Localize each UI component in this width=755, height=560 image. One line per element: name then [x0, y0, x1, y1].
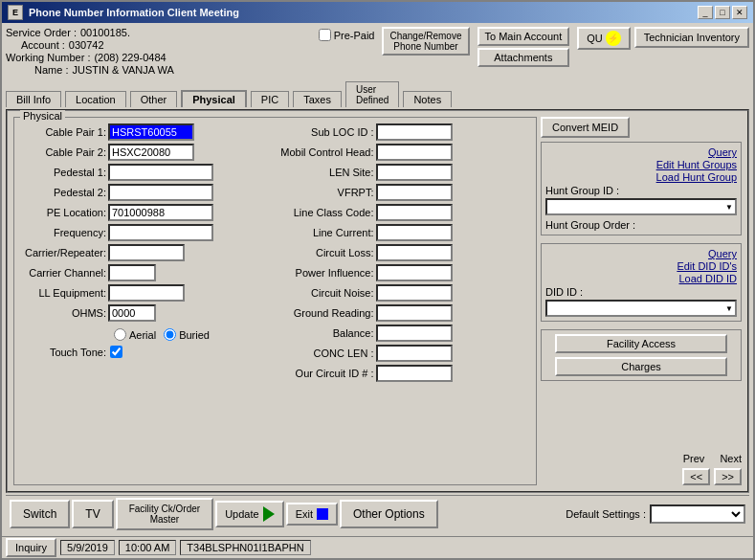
buried-radio[interactable] — [164, 328, 176, 341]
next-button[interactable]: >> — [714, 468, 742, 485]
aerial-radio[interactable] — [114, 328, 126, 341]
right-panel: Convert MEID Query Edit Hunt Groups Load… — [541, 117, 742, 485]
switch-button[interactable]: Switch — [10, 500, 70, 528]
ll-equipment-input[interactable] — [108, 284, 185, 302]
buried-label: Buried — [179, 329, 210, 341]
hunt-group-id-dropdown[interactable]: ▼ — [545, 198, 737, 215]
service-order-row: Service Order : 00100185. — [6, 27, 315, 38]
convert-meid-button[interactable]: Convert MEID — [541, 117, 630, 138]
exit-button[interactable]: Exit — [286, 503, 338, 526]
conc-len-input[interactable] — [376, 345, 453, 362]
prev-button[interactable]: << — [682, 468, 710, 485]
carrier-channel-input[interactable] — [108, 264, 156, 281]
update-play-icon — [263, 506, 275, 522]
cable-pair1-label: Cable Pair 1: — [20, 126, 106, 138]
status-session: T34BLSPHN01I1BAPHN — [180, 540, 310, 555]
circuit-noise-input[interactable] — [376, 284, 453, 302]
maximize-button[interactable]: □ — [715, 6, 730, 19]
mobil-control-head-input[interactable] — [376, 144, 453, 161]
prepaid-checkbox[interactable] — [319, 29, 331, 41]
tv-button[interactable]: TV — [72, 500, 113, 528]
minimize-button[interactable]: _ — [698, 6, 713, 19]
query-did-link[interactable]: Query — [708, 248, 737, 259]
account-label: Account : — [21, 39, 65, 51]
line-current-row: Line Current: — [278, 224, 531, 241]
to-main-account-button[interactable]: To Main Account — [477, 27, 570, 46]
charges-button[interactable]: Charges — [555, 357, 727, 376]
status-time: 10:00 AM — [119, 540, 176, 555]
name-value: JUSTIN & VANJA WA — [72, 64, 173, 76]
tab-bill-info[interactable]: Bill Info — [6, 91, 61, 107]
cable-pair1-input[interactable] — [108, 123, 194, 141]
did-id-row: DID ID : — [545, 286, 737, 298]
aerial-buried-row: Aerial Buried — [20, 328, 273, 341]
tab-notes[interactable]: Notes — [403, 91, 452, 107]
bottom-toolbar: Switch TV Facility Ck/OrderMaster Update… — [6, 495, 749, 532]
sub-loc-id-input[interactable] — [376, 123, 453, 141]
edit-did-ids-link[interactable]: Edit DID ID's — [677, 260, 737, 272]
close-button[interactable]: ✕ — [732, 6, 747, 19]
len-site-input[interactable] — [376, 164, 453, 181]
facility-master-button[interactable]: Facility Ck/OrderMaster — [116, 498, 213, 530]
vfrpt-input[interactable] — [376, 184, 453, 201]
touch-tone-checkbox[interactable] — [110, 346, 122, 358]
top-bar: Service Order : 00100185. Account : 0307… — [6, 27, 749, 76]
hunt-group-order-row: Hunt Group Order : — [545, 219, 737, 231]
cable-pair2-input[interactable] — [108, 144, 194, 161]
pedestal2-input[interactable] — [108, 184, 213, 201]
facility-section: Facility Access Charges — [541, 329, 742, 381]
tab-taxes[interactable]: Taxes — [293, 91, 342, 107]
sub-loc-id-label: Sub LOC ID : — [278, 126, 374, 138]
pedestal1-input[interactable] — [108, 164, 213, 181]
ohms-input[interactable] — [108, 304, 156, 322]
title-bar-controls: _ □ ✕ — [698, 6, 747, 19]
other-options-button[interactable]: Other Options — [340, 500, 438, 528]
tab-pic[interactable]: PIC — [251, 91, 289, 107]
attachments-button[interactable]: Attachments — [477, 48, 570, 67]
hunt-group-id-row: Hunt Group ID : — [545, 185, 737, 196]
facility-access-button[interactable]: Facility Access — [555, 334, 727, 353]
technician-inventory-button[interactable]: Technician Inventory — [634, 27, 749, 48]
load-hunt-group-link[interactable]: Load Hunt Group — [656, 171, 737, 183]
power-influence-input[interactable] — [376, 264, 453, 281]
default-settings-dropdown[interactable] — [650, 504, 745, 524]
did-id-dropdown[interactable]: ▼ — [545, 300, 737, 317]
circuit-loss-label: Circuit Loss: — [278, 247, 374, 258]
right-column: Sub LOC ID : Mobil Control Head: LEN Sit… — [278, 123, 531, 479]
physical-group: Physical Cable Pair 1: Cable Pair 2: — [13, 117, 537, 485]
qu-button[interactable]: QU ⚡ — [577, 27, 631, 50]
change-remove-button[interactable]: Change/RemovePhone Number — [382, 27, 469, 56]
working-number-row: Working Number : (208) 229-0484 — [6, 52, 315, 63]
working-number-label: Working Number : — [6, 52, 90, 63]
carrier-repeater-input[interactable] — [108, 244, 185, 261]
tab-physical[interactable]: Physical — [181, 90, 247, 107]
len-site-row: LEN Site: — [278, 164, 531, 181]
balance-input[interactable] — [376, 325, 453, 342]
tab-user-defined[interactable]: UserDefined — [345, 81, 399, 107]
pe-location-input[interactable] — [108, 204, 213, 221]
frequency-label: Frequency: — [20, 227, 106, 238]
tab-other[interactable]: Other — [130, 91, 178, 107]
load-did-id-link[interactable]: Load DID ID — [678, 273, 737, 284]
circuit-loss-input[interactable] — [376, 244, 453, 261]
query-hunt-link[interactable]: Query — [708, 146, 737, 158]
main-window: E Phone Number Information Client Meetin… — [0, 0, 755, 560]
line-class-code-input[interactable] — [376, 204, 453, 221]
carrier-repeater-label: Carrier/Repeater: — [20, 247, 106, 258]
title-bar-left: E Phone Number Information Client Meetin… — [8, 5, 239, 20]
nav-buttons-row: << >> — [541, 468, 742, 485]
inquiry-button[interactable]: Inquiry — [6, 538, 56, 557]
our-circuit-id-input[interactable] — [376, 365, 453, 382]
ground-reading-input[interactable] — [376, 304, 453, 322]
tab-location[interactable]: Location — [65, 91, 126, 107]
edit-hunt-groups-link[interactable]: Edit Hunt Groups — [656, 159, 737, 170]
buried-radio-group: Buried — [164, 328, 210, 341]
update-button[interactable]: Update — [215, 501, 283, 527]
next-label: Next — [720, 453, 742, 464]
did-id-label: DID ID : — [545, 286, 583, 298]
frequency-input[interactable] — [108, 224, 213, 241]
balance-row: Balance: — [278, 325, 531, 342]
default-settings-label: Default Settings : — [566, 508, 646, 520]
line-current-input[interactable] — [376, 224, 453, 241]
default-settings-area: Default Settings : — [440, 504, 745, 524]
